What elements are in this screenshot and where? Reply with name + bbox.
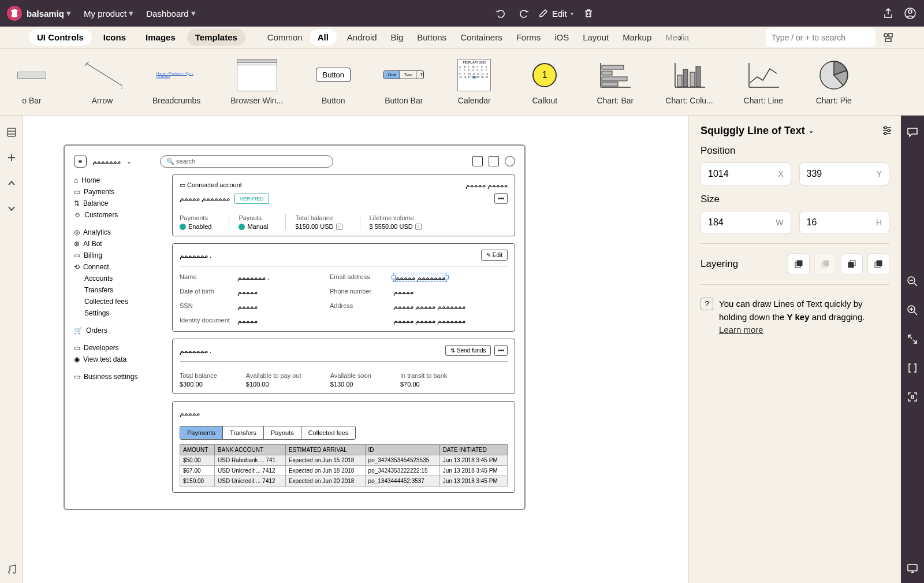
- mock-sidebar: ⌂Home ▭Payments ⇅Balance ☺Customers ◎Ana…: [74, 174, 161, 500]
- help-icon: ?: [701, 298, 713, 310]
- bring-forward-button[interactable]: [788, 253, 810, 275]
- shelf-item-buttonbar[interactable]: OneTwoThreeButton Bar: [383, 59, 424, 105]
- shelf-item-callout[interactable]: 1Callout: [524, 59, 565, 105]
- svg-rect-35: [824, 261, 829, 266]
- svg-line-44: [914, 312, 917, 315]
- svg-point-2: [884, 34, 888, 37]
- shelf-item-calendar[interactable]: FEBRUARY 2025SMTWTFS12345678910111213141…: [454, 59, 494, 105]
- tab-icons[interactable]: Icons: [95, 29, 134, 46]
- shelf-item-browser[interactable]: Browser Win...: [230, 59, 283, 105]
- add-icon[interactable]: [5, 151, 18, 164]
- svg-point-29: [884, 127, 886, 129]
- edit-button[interactable]: Edit▾: [538, 8, 573, 18]
- brackets-icon[interactable]: [906, 362, 919, 374]
- page-dropdown[interactable]: Dashboard▾: [146, 8, 198, 18]
- mock-card-transactions: ممممم Payments Transfers Payouts Collect…: [172, 401, 515, 493]
- cat-buttons[interactable]: Buttons: [410, 29, 453, 46]
- account-button[interactable]: [903, 6, 917, 20]
- svg-rect-11: [602, 82, 618, 86]
- svg-rect-38: [877, 261, 882, 266]
- cat-ios[interactable]: iOS: [547, 29, 576, 46]
- comments-icon[interactable]: [906, 126, 919, 139]
- selected-squiggly[interactable]: ممممممم ممممم: [393, 273, 447, 282]
- learn-more-link[interactable]: Learn more: [719, 325, 763, 335]
- zoom-in-icon[interactable]: [906, 304, 919, 317]
- squiggly-text: ممممممم: [92, 157, 121, 166]
- fullscreen-icon[interactable]: [906, 333, 919, 346]
- focus-icon[interactable]: [906, 391, 919, 403]
- cat-forms[interactable]: Forms: [509, 29, 548, 46]
- shelf-item-arrow[interactable]: Arrow: [82, 59, 122, 105]
- svg-line-5: [87, 64, 122, 87]
- cat-markup[interactable]: Markup: [616, 29, 658, 46]
- svg-rect-37: [848, 262, 854, 268]
- size-w-field[interactable]: W: [701, 211, 791, 234]
- svg-rect-4: [885, 39, 891, 42]
- chevron-down-icon: ⌄: [126, 158, 131, 165]
- svg-rect-3: [889, 34, 892, 37]
- svg-rect-8: [602, 65, 624, 69]
- cat-android[interactable]: Android: [340, 29, 384, 46]
- shelf-item-bar[interactable]: o Bar: [12, 59, 52, 105]
- cat-layout[interactable]: Layout: [576, 29, 616, 46]
- trash-button[interactable]: [582, 6, 595, 20]
- project-dropdown[interactable]: My product▾: [84, 8, 136, 18]
- chevron-down-icon: ▾: [66, 8, 71, 18]
- more-icon: •••: [494, 345, 508, 356]
- svg-rect-50: [908, 565, 917, 571]
- mock-logo-icon: ≡: [74, 155, 87, 168]
- top-bar: balsamiq▾ My product▾ Dashboard▾ Edit▾: [0, 0, 924, 27]
- component-shelf: o Bar Arrow Home › Products › Xyz › Feat…: [0, 49, 924, 116]
- more-icon: •••: [494, 193, 508, 204]
- shelf-item-chart-line[interactable]: Chart: Line: [743, 59, 784, 105]
- position-x-field[interactable]: X: [701, 162, 791, 185]
- send-to-back-button[interactable]: [867, 253, 889, 275]
- pages-icon[interactable]: [5, 126, 18, 139]
- category-tab-bar: UI Controls Icons Images Templates Commo…: [0, 27, 924, 49]
- settings-icon[interactable]: [881, 125, 893, 136]
- send-backward-button[interactable]: [841, 253, 863, 275]
- shapes-button[interactable]: [881, 31, 895, 44]
- chevron-down-icon: ▾: [571, 10, 573, 17]
- chevron-down-icon: ⌄: [808, 127, 814, 135]
- mock-card-balance: ••• ⇅ Send funds ممممممم . Total balance…: [172, 339, 515, 394]
- undo-button[interactable]: [494, 6, 508, 20]
- music-icon[interactable]: [6, 563, 18, 576]
- bring-to-front-button[interactable]: [814, 253, 836, 275]
- right-rail: [901, 116, 924, 583]
- shelf-item-button[interactable]: ButtonButton: [313, 59, 353, 105]
- share-button[interactable]: [881, 6, 895, 20]
- cat-big[interactable]: Big: [384, 29, 411, 46]
- shelf-item-chart-pie[interactable]: Chart: Pie: [814, 59, 854, 105]
- shelf-item-chart-column[interactable]: Chart: Colu...: [665, 59, 713, 105]
- mock-search-input: 🔍 search: [160, 155, 333, 168]
- element-title[interactable]: Squiggly Line of Text ⌄: [701, 125, 889, 137]
- component-search-input[interactable]: [766, 28, 875, 47]
- collapse-down-icon[interactable]: [5, 202, 18, 215]
- tip-text: ? You can draw Lines of Text quickly by …: [701, 298, 889, 337]
- cat-common[interactable]: Common: [260, 29, 310, 46]
- mock-transactions-table: AMOUNTBANK ACCOUNTESTIMATED ARRIVALIDDAT…: [180, 444, 508, 487]
- position-y-field[interactable]: Y: [799, 162, 890, 185]
- size-label: Size: [701, 194, 889, 205]
- shelf-item-chart-bar[interactable]: Chart: Bar: [595, 59, 635, 105]
- svg-rect-49: [911, 396, 914, 398]
- bell-icon: [489, 156, 499, 166]
- brand-dropdown[interactable]: balsamiq▾: [27, 8, 73, 18]
- zoom-out-icon[interactable]: [906, 275, 919, 288]
- present-icon[interactable]: [906, 562, 919, 575]
- cat-all[interactable]: All: [310, 29, 337, 46]
- mock-send-funds-button: ⇅ Send funds: [445, 345, 491, 356]
- layering-label: Layering: [701, 258, 738, 270]
- tab-templates[interactable]: Templates: [187, 29, 245, 46]
- cat-containers[interactable]: Containers: [453, 29, 509, 46]
- tab-ui-controls[interactable]: UI Controls: [29, 29, 92, 46]
- size-h-field[interactable]: H: [799, 211, 890, 234]
- cat-media[interactable]: Media: [658, 29, 696, 46]
- redo-button[interactable]: [516, 6, 530, 20]
- svg-point-31: [884, 132, 886, 135]
- shelf-item-breadcrumbs[interactable]: Home › Products › Xyz › FeaturesBreadcru…: [152, 59, 200, 105]
- tab-images[interactable]: Images: [137, 29, 184, 46]
- canvas[interactable]: ≡ ممممممم ⌄ 🔍 search ⌂Home ▭Payments ⇅Ba…: [23, 116, 688, 583]
- collapse-up-icon[interactable]: [5, 177, 18, 190]
